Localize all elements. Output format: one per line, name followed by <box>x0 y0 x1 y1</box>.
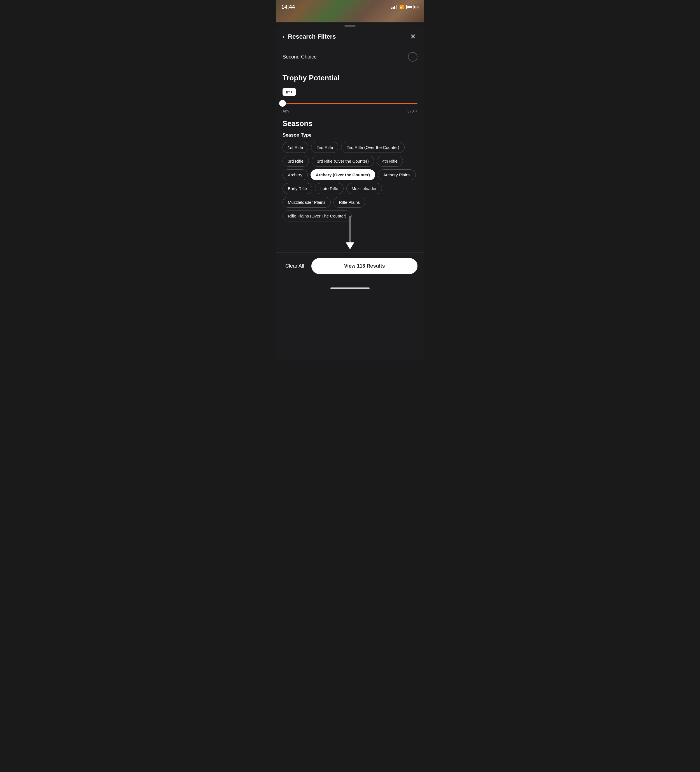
battery-text: 88 <box>415 5 419 9</box>
header-left: ‹ Research Filters <box>282 33 336 40</box>
signal-bars-icon <box>391 5 397 9</box>
second-choice-label: Second Choice <box>282 54 317 60</box>
season-tag-8[interactable]: Archery Plains <box>378 169 416 180</box>
clear-all-button[interactable]: Clear All <box>282 258 307 273</box>
header-title: Research Filters <box>288 33 336 40</box>
arrow-icon <box>342 216 358 252</box>
home-indicator <box>330 288 370 289</box>
modal-sheet: ‹ Research Filters ✕ Second Choice Troph… <box>276 25 424 361</box>
close-icon: ✕ <box>410 33 416 41</box>
back-button[interactable]: ‹ <box>282 33 284 40</box>
signal-bar-1 <box>391 8 392 9</box>
season-tag-7[interactable]: Archery (Over the Counter) <box>310 169 375 180</box>
season-tag-4[interactable]: 3rd Rifle (Over the Counter) <box>311 155 374 167</box>
trophy-slider-min: Any <box>282 109 289 113</box>
second-choice-toggle[interactable] <box>408 52 418 62</box>
season-tag-12[interactable]: Muzzleloader Plains <box>282 197 331 208</box>
trophy-bubble: 0"+ <box>282 88 296 96</box>
view-results-button[interactable]: View 113 Results <box>311 258 418 274</box>
trophy-slider-container <box>282 100 418 106</box>
season-tag-0[interactable]: 1st Rifle <box>282 142 308 153</box>
season-tag-9[interactable]: Early Rifle <box>282 183 312 194</box>
season-tag-1[interactable]: 2nd Rifle <box>311 142 338 153</box>
season-tag-3[interactable]: 3rd Rifle <box>282 155 309 167</box>
signal-bar-2 <box>393 7 394 9</box>
status-icons: 📶 88 <box>391 5 419 9</box>
season-tags-container: 1st Rifle2nd Rifle2nd Rifle (Over the Co… <box>282 142 418 221</box>
trophy-slider-max: 370"+ <box>407 109 418 113</box>
wifi-icon: 📶 <box>399 5 404 9</box>
battery-icon: 88 <box>406 5 419 9</box>
trophy-potential-section: Trophy Potential 0"+ Any 370"+ <box>276 68 424 119</box>
map-background: 14:44 📶 88 <box>276 0 424 22</box>
season-tag-6[interactable]: Archery <box>282 169 308 180</box>
svg-marker-1 <box>346 242 354 249</box>
arrow-annotation <box>282 224 418 247</box>
trophy-slider-track[interactable] <box>282 103 418 104</box>
trophy-potential-title: Trophy Potential <box>282 74 418 82</box>
season-tag-14[interactable]: Rifle Plains (Over The Counter) <box>282 211 352 221</box>
status-time: 14:44 <box>281 4 295 10</box>
season-type-label: Season Type <box>282 132 418 138</box>
signal-bar-3 <box>394 6 395 9</box>
seasons-title: Seasons <box>282 119 418 128</box>
season-tag-11[interactable]: Muzzleloader <box>346 183 382 194</box>
phone-wrapper: 14:44 📶 88 <box>276 0 424 361</box>
modal-header: ‹ Research Filters ✕ <box>276 26 424 46</box>
trophy-slider-labels: Any 370"+ <box>282 109 418 113</box>
bottom-bar: Clear All View 113 Results <box>276 252 424 285</box>
season-tag-13[interactable]: Rifle Plains <box>333 197 365 208</box>
back-icon: ‹ <box>282 33 284 40</box>
second-choice-row: Second Choice <box>276 46 424 68</box>
season-tag-5[interactable]: 4th Rifle <box>377 155 403 167</box>
trophy-slider-thumb[interactable] <box>279 100 286 106</box>
signal-bar-4 <box>396 5 397 9</box>
status-bar: 14:44 📶 88 <box>276 0 424 14</box>
season-tag-10[interactable]: Late Rifle <box>315 183 343 194</box>
seasons-section: Seasons Season Type 1st Rifle2nd Rifle2n… <box>276 119 424 252</box>
battery-fill <box>407 6 412 8</box>
battery-box <box>406 5 414 9</box>
season-tag-2[interactable]: 2nd Rifle (Over the Counter) <box>341 142 404 153</box>
close-button[interactable]: ✕ <box>408 32 418 41</box>
